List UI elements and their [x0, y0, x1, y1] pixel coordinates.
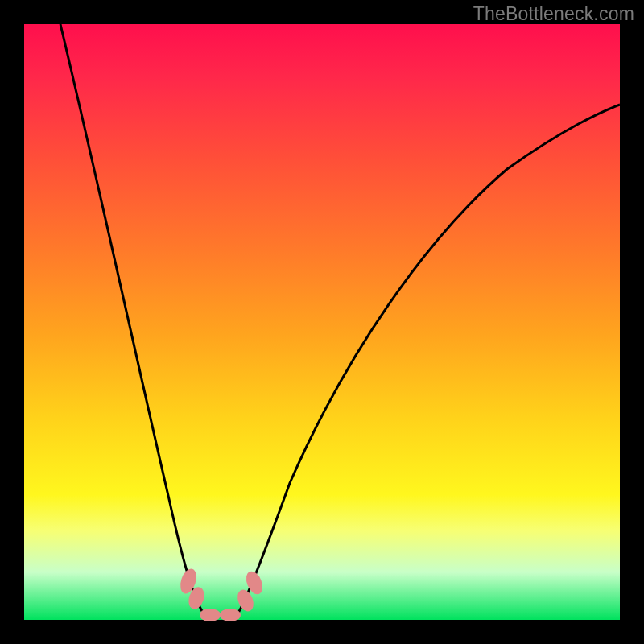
marker-bottom-right [220, 609, 241, 621]
watermark-text: TheBottleneck.com [473, 3, 634, 25]
chart-svg [24, 24, 620, 620]
curve-left [60, 24, 209, 620]
marker-bottom-left [200, 609, 221, 621]
curve-right [233, 105, 620, 620]
